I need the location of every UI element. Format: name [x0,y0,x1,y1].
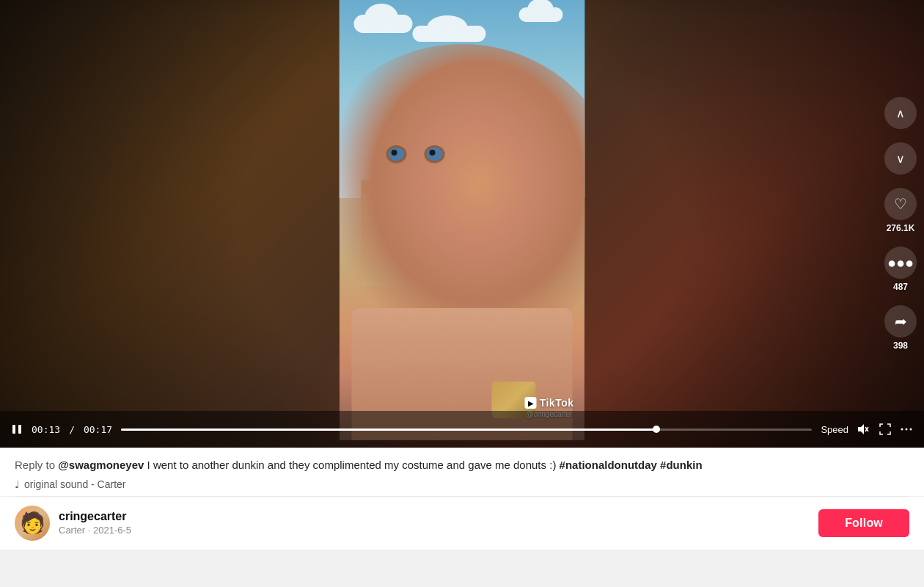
follow-button[interactable]: Follow [818,509,909,537]
share-button[interactable]: ➦ 398 [884,305,917,351]
cloud-1 [354,15,413,33]
author-meta: Carter · 2021-6-5 [59,525,131,536]
video-frame: DUNKIN' DONUTS [340,0,585,440]
right-eye [427,147,443,161]
svg-point-5 [901,429,903,431]
svg-marker-2 [858,424,864,434]
page: DUNKIN' DONUTS [0,0,924,587]
svg-point-7 [910,429,912,431]
comment-count: 487 [893,282,908,292]
svg-rect-0 [12,425,15,434]
reply-prefix: Reply to [15,459,58,471]
tiktok-wordmark: TikTok [540,397,574,409]
left-eye [389,147,405,161]
author-row: 🧑 cringecarter Carter · 2021-6-5 Follow [0,497,924,550]
video-content: DUNKIN' DONUTS [340,0,585,440]
time-total: 00:17 [84,424,112,435]
share-icon: ➦ [884,305,917,338]
heart-icon: ♡ [884,188,917,220]
video-player[interactable]: DUNKIN' DONUTS [0,0,924,448]
nav-up-button[interactable]: ∧ [884,97,917,129]
author-date: 2021-6-5 [93,525,131,536]
caption: Reply to @swagmoneyev I went to another … [15,457,909,474]
tiktok-icon: ▶ [525,397,537,409]
video-controls-bar: 00:13 / 00:17 Speed [0,411,924,448]
person-face [340,44,585,352]
caption-body: I went to another dunkin and they compli… [144,459,556,471]
info-section: Reply to @swagmoneyev I went to another … [0,448,924,496]
fullscreen-button[interactable] [879,423,891,435]
svg-point-6 [906,429,908,431]
svg-rect-1 [18,425,21,434]
like-button[interactable]: ♡ 276.1K [884,188,917,233]
comment-icon: ●●● [884,247,917,279]
time-display: 00:13 [32,424,60,435]
eye-area [389,132,549,176]
share-count: 398 [893,340,908,351]
volume-button[interactable] [857,423,870,435]
video-actions: ∧ ∨ ♡ 276.1K ●●● 487 ➦ 398 [884,97,917,351]
author-info: cringecarter Carter · 2021-6-5 [59,510,810,536]
author-display-name: Carter [59,525,85,536]
like-count: 276.1K [887,223,915,233]
more-options-button[interactable] [900,423,913,435]
progress-fill [121,429,660,431]
cloud-2 [519,7,563,22]
tiktok-logo: ▶ TikTok [525,397,574,409]
sound-text: original sound - Carter [24,478,126,490]
mention-username[interactable]: @swagmoneyev [58,459,144,471]
avatar[interactable]: 🧑 [15,506,50,541]
avatar-image: 🧑 [20,511,45,535]
sound-row[interactable]: ♩ original sound - Carter [15,478,909,490]
chevron-down-icon: ∨ [884,142,917,175]
caption-hashtags[interactable]: #nationaldonutday #dunkin [556,459,702,471]
pause-button[interactable] [11,423,23,435]
music-icon: ♩ [15,478,20,490]
cloud-3 [413,26,486,42]
progress-bar[interactable] [121,429,812,431]
author-username[interactable]: cringecarter [59,510,810,523]
time-separator: / [69,424,75,435]
comment-button[interactable]: ●●● 487 [884,247,917,292]
progress-thumb [653,426,660,433]
speed-button[interactable]: Speed [821,424,848,435]
chevron-up-icon: ∧ [884,97,917,129]
nav-down-button[interactable]: ∨ [884,142,917,175]
